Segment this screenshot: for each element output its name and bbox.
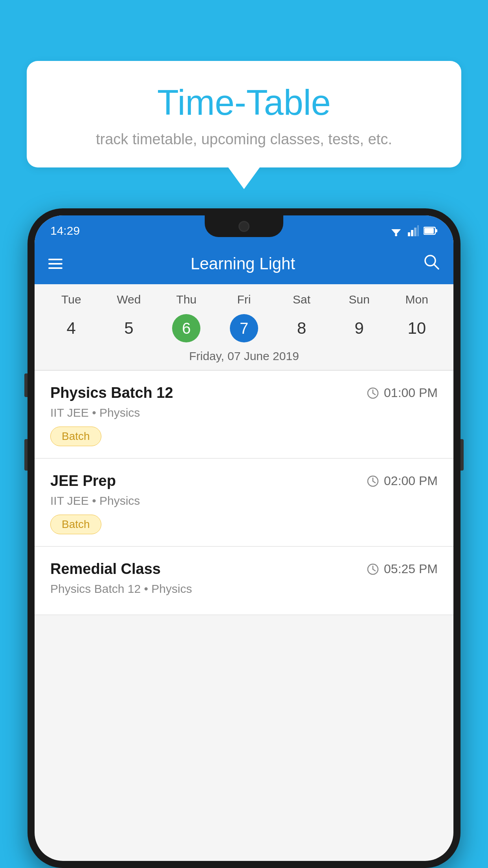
day-wed: Wed bbox=[100, 293, 158, 306]
volume-down-button bbox=[24, 439, 28, 471]
calendar-section: Tue Wed Thu Fri Sat Sun Mon 4 5 6 7 bbox=[35, 284, 453, 371]
speech-bubble-container: Time-Table track timetable, upcoming cla… bbox=[27, 61, 461, 189]
clock-icon-3 bbox=[367, 563, 379, 576]
date-4[interactable]: 4 bbox=[42, 319, 100, 338]
day-tue: Tue bbox=[42, 293, 100, 306]
clock-icon bbox=[367, 387, 379, 399]
svg-line-11 bbox=[434, 264, 438, 269]
date-6[interactable]: 6 bbox=[158, 314, 215, 342]
date-5[interactable]: 5 bbox=[100, 319, 158, 338]
speech-bubble-tail bbox=[228, 167, 260, 189]
svg-line-20 bbox=[373, 569, 375, 571]
svg-line-17 bbox=[373, 481, 375, 483]
class-item-jee-prep[interactable]: JEE Prep 02:00 PM IIT JEE • Physics Batc… bbox=[35, 459, 453, 547]
svg-rect-3 bbox=[408, 232, 410, 236]
selected-date-label: Friday, 07 June 2019 bbox=[35, 349, 453, 370]
phone-outer: 14:29 bbox=[28, 208, 460, 868]
svg-rect-6 bbox=[417, 225, 419, 236]
svg-point-2 bbox=[395, 234, 397, 236]
bubble-subtitle: track timetable, upcoming classes, tests… bbox=[50, 131, 438, 148]
date-7-circle[interactable]: 7 bbox=[230, 314, 258, 342]
bubble-title: Time-Table bbox=[50, 83, 438, 123]
class-time-2: 02:00 PM bbox=[367, 474, 438, 488]
svg-rect-5 bbox=[414, 228, 416, 236]
batch-tag-1: Batch bbox=[50, 427, 101, 446]
day-mon: Mon bbox=[388, 293, 446, 306]
svg-rect-8 bbox=[424, 228, 434, 234]
date-6-circle[interactable]: 6 bbox=[172, 314, 200, 342]
day-fri: Fri bbox=[215, 293, 273, 306]
svg-line-14 bbox=[373, 393, 375, 395]
date-8[interactable]: 8 bbox=[273, 319, 330, 338]
status-icons bbox=[389, 225, 438, 236]
class-subtitle: IIT JEE • Physics bbox=[50, 406, 438, 419]
app-bar: Learning Light bbox=[35, 243, 453, 284]
class-item-remedial[interactable]: Remedial Class 05:25 PM Physics Batch 12… bbox=[35, 547, 453, 615]
status-time: 14:29 bbox=[50, 224, 80, 237]
batch-tag-2: Batch bbox=[50, 515, 101, 534]
app-title: Learning Light bbox=[74, 254, 411, 273]
day-thu: Thu bbox=[158, 293, 215, 306]
phone-notch bbox=[205, 215, 283, 237]
calendar-dates: 4 5 6 7 8 9 10 bbox=[35, 310, 453, 349]
power-button bbox=[460, 439, 464, 471]
svg-rect-4 bbox=[411, 230, 413, 236]
class-time: 01:00 PM bbox=[367, 386, 438, 400]
date-10[interactable]: 10 bbox=[388, 319, 446, 338]
date-9[interactable]: 9 bbox=[330, 319, 388, 338]
class-item-top-2: JEE Prep 02:00 PM bbox=[50, 473, 438, 489]
svg-rect-9 bbox=[435, 229, 437, 232]
class-time-3: 05:25 PM bbox=[367, 562, 438, 576]
signal-icon bbox=[408, 225, 419, 236]
phone-screen: 14:29 bbox=[35, 215, 453, 861]
front-camera bbox=[238, 221, 250, 232]
volume-up-button bbox=[24, 373, 28, 397]
class-name: Physics Batch 12 bbox=[50, 384, 173, 401]
speech-bubble: Time-Table track timetable, upcoming cla… bbox=[27, 61, 461, 167]
wifi-icon bbox=[389, 225, 403, 236]
classes-list: Physics Batch 12 01:00 PM IIT JEE • Phys… bbox=[35, 371, 453, 615]
menu-button[interactable] bbox=[48, 259, 62, 269]
search-icon[interactable] bbox=[423, 254, 440, 274]
phone-mockup: 14:29 bbox=[28, 208, 460, 868]
class-item-top: Physics Batch 12 01:00 PM bbox=[50, 384, 438, 401]
date-7[interactable]: 7 bbox=[215, 314, 273, 342]
clock-icon-2 bbox=[367, 475, 379, 487]
class-subtitle-2: IIT JEE • Physics bbox=[50, 494, 438, 508]
battery-icon bbox=[424, 226, 438, 235]
class-name-3: Remedial Class bbox=[50, 561, 161, 577]
class-subtitle-3: Physics Batch 12 • Physics bbox=[50, 582, 438, 596]
class-name-2: JEE Prep bbox=[50, 473, 116, 489]
day-sat: Sat bbox=[273, 293, 330, 306]
calendar-days-header: Tue Wed Thu Fri Sat Sun Mon bbox=[35, 284, 453, 310]
day-sun: Sun bbox=[330, 293, 388, 306]
class-item-physics-batch[interactable]: Physics Batch 12 01:00 PM IIT JEE • Phys… bbox=[35, 371, 453, 459]
class-item-top-3: Remedial Class 05:25 PM bbox=[50, 561, 438, 577]
